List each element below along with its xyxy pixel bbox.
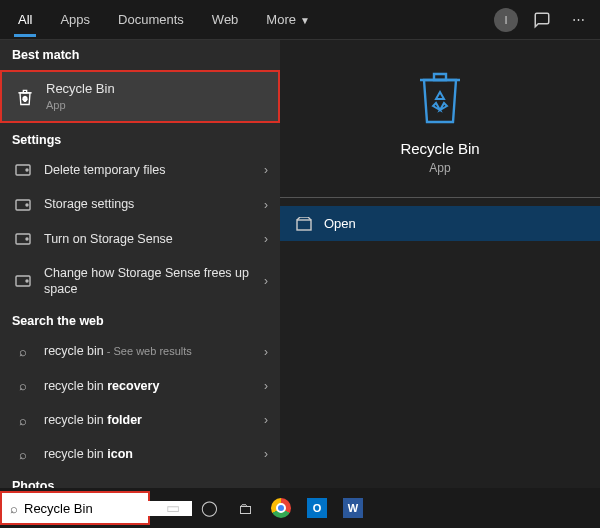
settings-item[interactable]: Change how Storage Sense frees up space …	[0, 256, 280, 307]
best-match-header: Best match	[0, 40, 280, 68]
result-label: Delete temporary files	[44, 162, 264, 178]
open-label: Open	[324, 216, 356, 231]
outlook-icon[interactable]: O	[302, 493, 332, 523]
chevron-right-icon: ›	[264, 232, 268, 246]
chevron-down-icon: ▼	[300, 15, 310, 26]
divider	[280, 197, 600, 198]
web-result[interactable]: ⌕ recycle bin recovery ›	[0, 369, 280, 403]
svg-point-2	[26, 169, 28, 171]
best-match-result[interactable]: Recycle Bin App	[0, 70, 280, 123]
result-label: recycle bin icon	[44, 446, 264, 462]
settings-item[interactable]: Delete temporary files ›	[0, 153, 280, 187]
chevron-right-icon: ›	[264, 163, 268, 177]
recycle-bin-icon	[414, 68, 466, 126]
search-icon: ⌕	[12, 378, 34, 393]
search-box[interactable]: ⌕	[0, 491, 150, 525]
storage-icon	[12, 199, 34, 211]
result-label: Storage settings	[44, 196, 264, 212]
svg-point-4	[26, 204, 28, 206]
tab-web[interactable]: Web	[198, 2, 253, 37]
file-explorer-icon[interactable]: 🗀	[230, 493, 260, 523]
storage-icon	[12, 164, 34, 176]
task-view-icon[interactable]: ▭	[158, 493, 188, 523]
web-result[interactable]: ⌕ recycle bin icon ›	[0, 437, 280, 471]
search-icon: ⌕	[10, 501, 18, 516]
web-result[interactable]: ⌕ recycle bin folder ›	[0, 403, 280, 437]
cortana-icon[interactable]: ◯	[194, 493, 224, 523]
feedback-icon[interactable]	[524, 0, 560, 39]
chrome-icon[interactable]	[266, 493, 296, 523]
more-options-icon[interactable]: ⋯	[560, 0, 596, 39]
search-icon: ⌕	[12, 344, 34, 359]
web-header: Search the web	[0, 306, 280, 334]
taskbar: ⌕ ▭ ◯ 🗀 O W	[0, 488, 600, 528]
web-result[interactable]: ⌕ recycle bin - See web results ›	[0, 334, 280, 368]
open-action[interactable]: Open	[280, 206, 600, 241]
svg-point-8	[26, 280, 28, 282]
result-label: recycle bin folder	[44, 412, 264, 428]
results-panel: Best match Recycle Bin App Settings Dele…	[0, 40, 280, 488]
tab-apps[interactable]: Apps	[46, 2, 104, 37]
result-label: Turn on Storage Sense	[44, 231, 264, 247]
tab-more[interactable]: More▼	[252, 2, 324, 37]
chevron-right-icon: ›	[264, 345, 268, 359]
chevron-right-icon: ›	[264, 274, 268, 288]
preview-title: Recycle Bin	[400, 140, 479, 157]
result-label: recycle bin recovery	[44, 378, 264, 394]
open-icon	[296, 217, 312, 231]
tab-all[interactable]: All	[4, 2, 46, 37]
chevron-right-icon: ›	[264, 447, 268, 461]
preview-kind: App	[429, 161, 450, 175]
search-icon: ⌕	[12, 447, 34, 462]
preview-panel: Recycle Bin App Open	[280, 40, 600, 488]
photos-header: Photos	[0, 471, 280, 488]
settings-header: Settings	[0, 125, 280, 153]
tab-documents[interactable]: Documents	[104, 2, 198, 37]
search-icon: ⌕	[12, 413, 34, 428]
avatar[interactable]: I	[488, 0, 524, 39]
chevron-right-icon: ›	[264, 379, 268, 393]
chevron-right-icon: ›	[264, 413, 268, 427]
chevron-right-icon: ›	[264, 198, 268, 212]
best-match-kind: App	[46, 98, 266, 112]
word-icon[interactable]: W	[338, 493, 368, 523]
svg-rect-11	[297, 220, 311, 230]
result-label: Change how Storage Sense frees up space	[44, 265, 264, 298]
settings-item[interactable]: Storage settings ›	[0, 187, 280, 221]
recycle-bin-icon	[14, 87, 36, 107]
svg-point-6	[26, 238, 28, 240]
storage-icon	[12, 275, 34, 287]
search-tabs: All Apps Documents Web More▼ I ⋯	[0, 0, 600, 40]
storage-icon	[12, 233, 34, 245]
best-match-title: Recycle Bin	[46, 81, 266, 98]
result-label: recycle bin - See web results	[44, 343, 264, 359]
settings-item[interactable]: Turn on Storage Sense ›	[0, 222, 280, 256]
